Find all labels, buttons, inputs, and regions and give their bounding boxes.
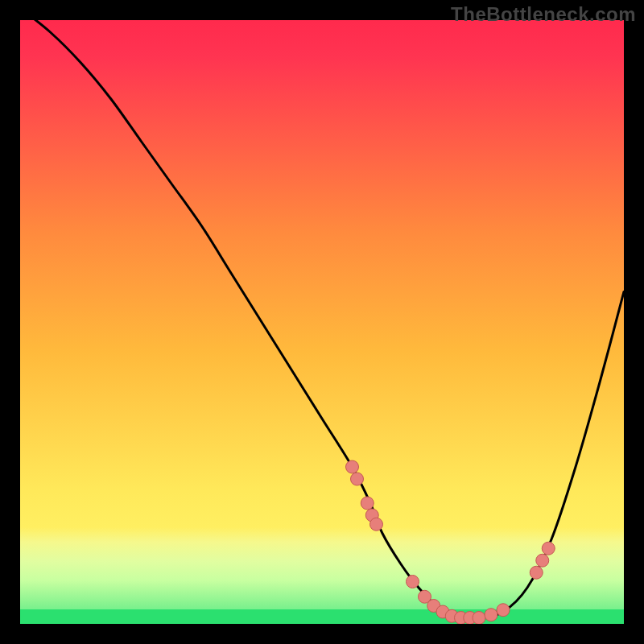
- plot-area: [20, 20, 624, 624]
- curve-marker-dot: [346, 460, 359, 473]
- curve-marker-dot: [542, 542, 555, 555]
- curve-markers: [20, 20, 624, 624]
- curve-marker-dot: [485, 609, 497, 621]
- curve-marker-dot: [370, 518, 383, 530]
- watermark-text: TheBottleneck.com: [451, 3, 636, 26]
- curve-marker-dot: [361, 497, 374, 510]
- curve-marker-dot: [407, 576, 419, 588]
- curve-marker-dot: [536, 554, 549, 567]
- curve-marker-dot: [497, 604, 510, 617]
- chart-container: TheBottleneck.com: [0, 0, 644, 644]
- curve-marker-dot: [530, 566, 543, 579]
- curve-marker-dot: [473, 612, 485, 625]
- curve-marker-dot: [351, 473, 364, 485]
